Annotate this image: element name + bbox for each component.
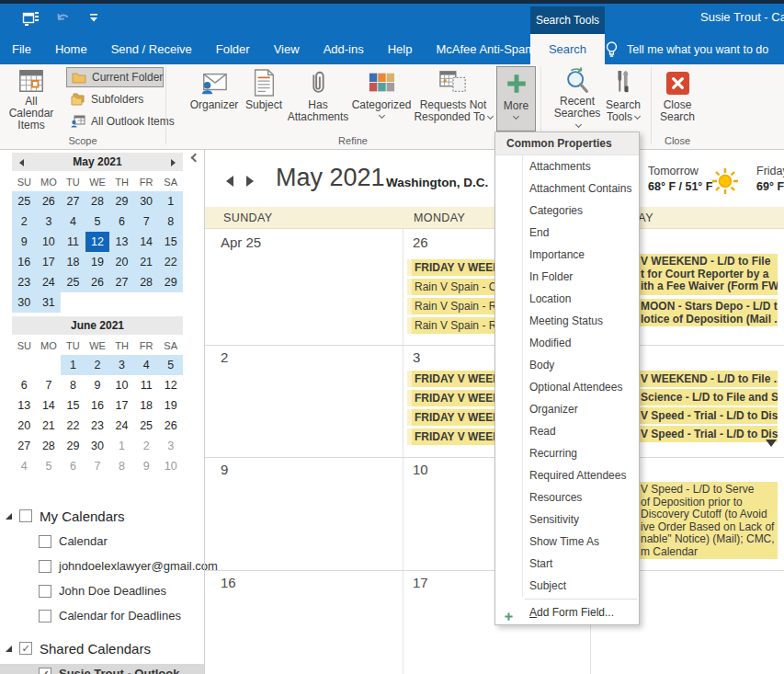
calendar-item-john-doe-deadlines[interactable]: John Doe Deadlines — [0, 581, 204, 600]
minical-day[interactable]: 3 — [109, 355, 134, 375]
minical-day[interactable]: 17 — [109, 395, 134, 416]
minical-day[interactable]: 24 — [37, 272, 62, 292]
minical-day[interactable]: 6 — [109, 211, 134, 232]
minical-day[interactable]: 30 — [134, 191, 159, 211]
minical-day[interactable]: 2 — [85, 355, 110, 375]
search-tools-button[interactable]: Search Tools — [601, 66, 645, 131]
menu-item-categories[interactable]: Categories — [495, 200, 639, 222]
minical-day[interactable]: 5 — [85, 211, 110, 232]
minical-day[interactable]: 7 — [134, 211, 159, 232]
minical-day[interactable]: 28 — [37, 436, 62, 456]
minical-day[interactable]: 1 — [158, 191, 183, 211]
minical-day[interactable]: 5 — [158, 355, 183, 375]
tab-add-ins[interactable]: Add-ins — [312, 34, 376, 64]
recent-searches-button[interactable]: Recent Searches — [551, 66, 603, 131]
minical-day[interactable]: 10 — [158, 456, 183, 476]
minical-day[interactable]: 29 — [158, 272, 183, 292]
minical-day[interactable]: 19 — [85, 252, 110, 272]
minical-day[interactable]: 1 — [61, 355, 85, 375]
more-events-indicator[interactable] — [766, 440, 777, 447]
minical-day[interactable]: 9 — [12, 232, 37, 252]
calendar-group-shared-calendars[interactable]: ✓Shared Calendars — [0, 638, 204, 658]
minical-day[interactable]: 24 — [109, 416, 134, 436]
menu-item-attachments[interactable]: Attachments — [495, 155, 639, 177]
calendar-item-johndoelexlawyer-gmail-com[interactable]: johndoelexlawyer@gmail.com — [0, 556, 204, 576]
menu-item-attachment-contains[interactable]: Attachment Contains — [495, 177, 639, 200]
tab-send-receive[interactable]: Send / Receive — [99, 34, 204, 64]
minical-day[interactable]: 21 — [134, 252, 159, 272]
customize-qat-icon[interactable] — [89, 14, 98, 22]
menu-item-importance[interactable]: Importance — [495, 244, 639, 266]
minical-day[interactable]: 18 — [61, 252, 85, 272]
minical-day[interactable]: 5 — [37, 456, 62, 476]
minical-day[interactable]: 8 — [109, 456, 134, 476]
minical-day[interactable]: 7 — [37, 375, 62, 395]
all-calendar-items-button[interactable]: All Calendar Items — [2, 66, 61, 131]
undo-icon[interactable] — [56, 11, 73, 26]
minical-day[interactable]: 2 — [12, 211, 37, 232]
minical-day[interactable]: 4 — [12, 456, 37, 476]
menu-item-required-attendees[interactable]: Required Attendees — [495, 464, 639, 486]
minical-day[interactable]: 12 — [85, 232, 110, 252]
minical-day[interactable]: 12 — [158, 375, 183, 395]
minical-day[interactable]: 26 — [158, 416, 183, 436]
checkbox[interactable] — [39, 585, 51, 598]
minical-day[interactable]: 29 — [109, 191, 134, 211]
minical-day[interactable]: 23 — [85, 416, 110, 436]
minical-day[interactable]: 29 — [61, 436, 85, 456]
checkbox[interactable]: ✓ — [19, 642, 32, 655]
all-outlook-items-button[interactable]: All Outlook Items — [66, 111, 164, 131]
minical-day[interactable]: 4 — [61, 211, 85, 232]
tab-home[interactable]: Home — [43, 34, 99, 64]
checkbox[interactable] — [39, 535, 51, 548]
menu-item-modified[interactable]: Modified — [495, 332, 639, 354]
minical-day[interactable]: 18 — [134, 395, 159, 416]
menu-item-show-time-as[interactable]: Show Time As — [495, 531, 639, 553]
minical-day[interactable]: 27 — [61, 191, 85, 211]
close-search-button[interactable]: Close Search — [656, 66, 699, 131]
minical-day[interactable]: 26 — [37, 191, 62, 211]
menu-item-start[interactable]: Start — [495, 553, 639, 575]
subfolders-button[interactable]: Subfolders — [66, 89, 164, 109]
has-attachments-button[interactable]: Has Attachments — [287, 66, 349, 131]
menu-item-meeting-status[interactable]: Meeting Status — [495, 310, 639, 332]
expand-triangle-icon[interactable] — [6, 645, 12, 652]
more-button[interactable]: More — [496, 66, 536, 131]
menu-item-location[interactable]: Location — [495, 288, 639, 310]
minical-day[interactable]: 19 — [158, 395, 183, 416]
menu-item-recurring[interactable]: Recurring — [495, 442, 639, 464]
calendar-item-calendar[interactable]: Calendar — [0, 531, 204, 551]
calendar-item-calendar-for-deadlines[interactable]: Calendar for Deadlines — [0, 606, 204, 625]
minical-day[interactable]: 6 — [12, 375, 37, 395]
previous-month-arrow[interactable] — [226, 176, 233, 187]
minical-day[interactable]: 31 — [37, 292, 62, 313]
minical-day[interactable]: 30 — [85, 436, 110, 456]
minical-day[interactable]: 8 — [158, 211, 183, 232]
categorized-button[interactable]: Categorized — [351, 66, 412, 131]
menu-item-body[interactable]: Body — [495, 354, 639, 376]
calendar-item-susie-trout-outlook[interactable]: ✓Susie Trout - Outlook — [0, 664, 204, 674]
menu-item-end[interactable]: End — [495, 222, 639, 244]
minical-day[interactable]: 8 — [61, 375, 85, 395]
tab-help[interactable]: Help — [376, 34, 425, 64]
tab-view[interactable]: View — [262, 34, 312, 64]
checkbox[interactable] — [39, 610, 51, 623]
minical-day[interactable]: 30 — [12, 292, 37, 313]
minical-day[interactable]: 16 — [12, 252, 37, 272]
previous-month-arrow[interactable] — [19, 159, 24, 166]
minical-day[interactable]: 13 — [109, 232, 134, 252]
minical-day[interactable]: 25 — [61, 272, 85, 292]
expand-triangle-icon[interactable] — [6, 513, 12, 520]
minical-day[interactable]: 20 — [12, 416, 37, 436]
minical-day[interactable]: 3 — [158, 436, 183, 456]
minical-day[interactable]: 28 — [134, 272, 159, 292]
minical-day[interactable]: 7 — [85, 456, 110, 476]
minical-day[interactable]: 21 — [37, 416, 62, 436]
minical-day[interactable]: 10 — [37, 232, 62, 252]
menu-item-resources[interactable]: Resources — [495, 486, 639, 508]
minical-day[interactable]: 4 — [134, 355, 159, 375]
tab-mcafee-anti-spam[interactable]: McAfee Anti-Spam — [424, 34, 547, 64]
requests-not-responded-button[interactable]: Requests Not Responded To — [413, 66, 494, 131]
current-folder-button[interactable]: Current Folder — [66, 67, 164, 87]
menu-item-in-folder[interactable]: In Folder — [495, 266, 639, 288]
